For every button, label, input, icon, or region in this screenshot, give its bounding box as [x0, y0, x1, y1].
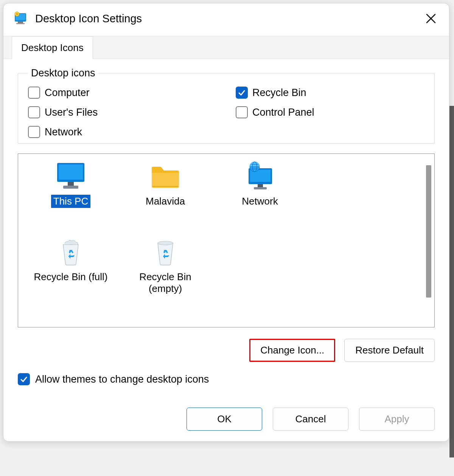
- svg-rect-11: [258, 184, 263, 187]
- dialog-button-bar: OK Cancel Apply: [3, 401, 449, 441]
- preview-item-label: Recycle Bin (empty): [126, 270, 205, 295]
- content-area: Desktop icons Computer Recycle Bin User'…: [3, 59, 449, 401]
- dialog-window: Desktop Icon Settings Desktop Icons Desk…: [3, 3, 449, 442]
- monitor-icon: [54, 161, 87, 191]
- window-title: Desktop Icon Settings: [35, 12, 422, 25]
- folder-icon: [149, 161, 182, 191]
- background-edge: [449, 106, 454, 457]
- checkbox-recycle-bin[interactable]: Recycle Bin: [236, 87, 424, 99]
- preview-item-label: Network: [239, 195, 280, 208]
- checkbox-label: Control Panel: [252, 107, 314, 118]
- svg-rect-12: [254, 187, 267, 189]
- ok-button[interactable]: OK: [187, 408, 262, 431]
- tab-desktop-icons[interactable]: Desktop Icons: [12, 36, 93, 59]
- preview-item-network[interactable]: Network: [213, 160, 307, 236]
- preview-item-label: Malavida: [143, 195, 187, 208]
- preview-item-recycle-bin-empty[interactable]: Recycle Bin (empty): [118, 236, 213, 311]
- preview-item-this-pc[interactable]: This PC: [23, 160, 118, 236]
- checkbox-allow-themes[interactable]: Allow themes to change desktop icons: [18, 373, 435, 385]
- recycle-bin-empty-icon: [149, 237, 182, 267]
- preview-item-empty-slot: [307, 160, 402, 236]
- restore-default-button[interactable]: Restore Default: [344, 339, 435, 362]
- checkbox-computer[interactable]: Computer: [28, 87, 217, 99]
- checkbox-box: [28, 87, 40, 99]
- svg-rect-3: [16, 23, 25, 24]
- checkbox-control-panel[interactable]: Control Panel: [236, 106, 424, 118]
- checkbox-users-files[interactable]: User's Files: [28, 106, 217, 118]
- checkbox-label: User's Files: [45, 107, 98, 118]
- cancel-button[interactable]: Cancel: [273, 408, 348, 431]
- change-icon-button[interactable]: Change Icon...: [249, 339, 335, 362]
- apply-button[interactable]: Apply: [359, 408, 435, 431]
- checkbox-label: Computer: [45, 87, 90, 99]
- checkbox-label: Allow themes to change desktop icons: [35, 374, 209, 385]
- preview-scrollbar[interactable]: [423, 154, 434, 327]
- tab-strip: Desktop Icons: [3, 36, 449, 59]
- svg-point-15: [158, 241, 173, 245]
- preview-item-label: Recycle Bin (full): [31, 270, 110, 284]
- checkbox-network[interactable]: Network: [28, 126, 217, 138]
- group-legend: Desktop icons: [28, 67, 98, 79]
- preview-item-malavida[interactable]: Malavida: [118, 160, 213, 236]
- checkbox-box: [28, 106, 40, 118]
- checkbox-box: [18, 373, 30, 385]
- scroll-thumb[interactable]: [426, 165, 431, 298]
- desktop-icons-group: Desktop icons Computer Recycle Bin User'…: [18, 67, 435, 144]
- checkbox-box: [236, 87, 248, 99]
- network-icon: [243, 161, 277, 191]
- preview-item-recycle-bin-full[interactable]: Recycle Bin (full): [23, 236, 118, 311]
- checkbox-box: [28, 126, 40, 138]
- app-icon: [12, 10, 29, 27]
- icon-preview-list[interactable]: This PC Malavida: [18, 153, 435, 327]
- checkbox-label: Recycle Bin: [252, 87, 306, 99]
- svg-rect-2: [18, 22, 23, 23]
- preview-item-label: This PC: [51, 195, 90, 208]
- svg-rect-7: [68, 182, 74, 186]
- checkbox-label: Network: [45, 126, 82, 138]
- svg-rect-6: [59, 164, 83, 180]
- recycle-bin-full-icon: [54, 237, 87, 267]
- titlebar: Desktop Icon Settings: [3, 3, 449, 34]
- svg-rect-8: [63, 186, 78, 189]
- checkbox-box: [236, 106, 248, 118]
- close-button[interactable]: [422, 12, 440, 25]
